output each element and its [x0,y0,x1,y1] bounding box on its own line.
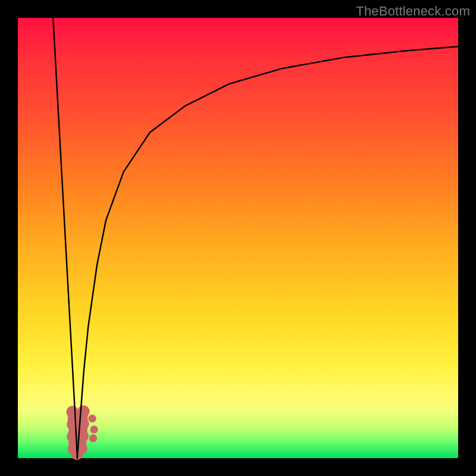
cluster-dot [88,415,96,422]
right-branch-path [77,46,458,458]
cluster-dot [77,405,90,418]
watermark-text: TheBottleneck.com [356,4,470,19]
left-branch-path [53,18,77,458]
chart-frame: TheBottleneck.com [0,0,476,476]
curve-layer [18,18,458,458]
cluster-dot [89,434,97,442]
cluster-dot [90,425,98,433]
plot-area [18,18,458,458]
cluster-points [66,405,98,460]
